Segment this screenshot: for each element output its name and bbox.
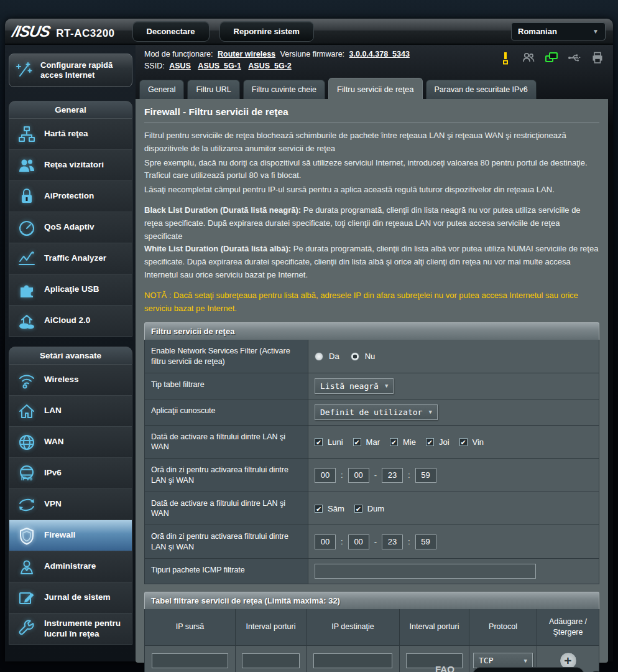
rules-section-header: Tabel filtrare servicii de reţea (Limită… [144, 592, 599, 609]
time-end-hour-input[interactable] [382, 468, 403, 483]
chevron-down-icon: ▼ [428, 409, 431, 415]
tab-filtru-url[interactable]: Filtru URL [187, 80, 239, 99]
chevron-down-icon: ▼ [593, 28, 599, 35]
sidebar-item-firewall[interactable]: Firewall [9, 520, 132, 551]
ssid-link-1[interactable]: ASUS [169, 62, 191, 70]
desc-line-1: Filtrul pentru serviciile de reţea bloch… [144, 129, 599, 156]
main-column: Mod de funcţionare: Router wireless Vers… [136, 45, 613, 661]
sidebar-item-traffic-analyzer[interactable]: Traffic Analyzer [9, 243, 132, 274]
icmp-types-input[interactable] [315, 564, 536, 579]
checkbox-luni[interactable] [315, 438, 323, 446]
info-bar: Mod de funcţionare: Router wireless Vers… [136, 45, 613, 76]
checkbox-dum[interactable] [354, 505, 362, 513]
weekend-start-hour-input[interactable] [315, 534, 336, 549]
tab-paravan-ipv6[interactable]: Paravan de securitate IPv6 [426, 80, 537, 99]
warning-icon[interactable] [499, 51, 512, 65]
sidebar-item-wan[interactable]: WAN [9, 427, 132, 458]
lock-icon [16, 185, 38, 208]
logout-button[interactable]: Deconectare [132, 21, 210, 42]
vpn-icon [16, 493, 38, 516]
time-start-min-input[interactable] [348, 468, 369, 483]
weekend-end-hour-input[interactable] [382, 534, 403, 549]
status-icons [499, 51, 604, 65]
mode-link[interactable]: Router wireless [218, 50, 275, 58]
house-icon [16, 400, 38, 422]
filter-type-select[interactable]: Listă neagră ▼ [315, 378, 394, 394]
checkbox-sam[interactable] [315, 505, 323, 513]
desc-line-2: Spre exemplu, dacă nu doriţi ca dispozit… [144, 157, 599, 183]
row-filter-type: Tip tabel filtrare Listă neagră ▼ [145, 373, 599, 399]
weekend-end-min-input[interactable] [415, 534, 436, 549]
sidebar-item-ipv6[interactable]: IPv6 IPv6 [9, 458, 132, 489]
checkbox-mie[interactable] [390, 438, 398, 446]
form-section-header: Filtru servicii de reţea [144, 322, 599, 340]
sidebar-item-aplicatie-usb[interactable]: Aplicaţie USB [9, 274, 132, 306]
rules-table-header: IP sursă Interval porturi IP destinaţie … [145, 609, 599, 646]
guests-icon [16, 154, 38, 177]
magic-wand-icon [13, 59, 35, 82]
sidebar-item-jurnal[interactable]: Jurnal de sistem [9, 582, 132, 614]
quick-setup-label: Configurare rapidă acces Internet [40, 60, 128, 81]
quick-setup-button[interactable]: Configurare rapidă acces Internet [9, 54, 132, 87]
sidebar-item-aiprotection[interactable]: AiProtection [9, 181, 132, 212]
row-time-weekend: Oră din zi pentru activarea filtrului di… [145, 525, 599, 559]
tab-filtru-servicii[interactable]: Filtru servicii de reţea [328, 78, 423, 99]
puzzle-icon [16, 279, 38, 301]
sidebar-item-retea-vizitatori[interactable]: Reţea vizitatori [9, 150, 132, 181]
wrench-icon [16, 618, 38, 640]
firmware-label: Versiune firmware: [280, 50, 345, 58]
cloud-home-icon [16, 310, 38, 332]
sidebar-item-harta-retea[interactable]: Hartă reţea [9, 119, 132, 150]
checkbox-mar[interactable] [353, 438, 361, 446]
wired-clients-icon[interactable] [545, 51, 558, 65]
wifi-icon [16, 369, 38, 391]
faq-search-input[interactable] [473, 667, 584, 672]
shield-icon [16, 525, 38, 547]
page-description: Filtrul pentru serviciile de reţea bloch… [144, 129, 599, 282]
chevron-down-icon: ▼ [385, 383, 388, 389]
sidebar-item-instrumente[interactable]: Instrumente pentru lucrul în reţea [9, 614, 132, 645]
sidebar-item-aicloud[interactable]: AiCloud 2.0 [9, 306, 132, 337]
radio-da-label: Da [329, 352, 339, 361]
svg-text:IPv6: IPv6 [21, 475, 33, 482]
row-weekend: Dată de activare a filtrului dintre LAN … [145, 492, 599, 526]
ssid-link-2[interactable]: ASUS_5G-1 [198, 62, 241, 70]
weekend-start-min-input[interactable] [348, 534, 369, 549]
admin-person-icon [16, 556, 38, 578]
clients-icon[interactable] [522, 51, 535, 65]
ipv6-globe-icon: IPv6 [16, 462, 38, 485]
sidebar-item-wireless[interactable]: Wireless [9, 365, 132, 396]
model-name: RT-AC3200 [56, 27, 114, 40]
checkbox-vin[interactable] [459, 438, 468, 446]
blacklist-paragraph: Black List Duration (Durată listă neagră… [144, 204, 599, 282]
network-map-icon [16, 123, 38, 146]
language-value: Romanian [518, 27, 557, 36]
row-enable-filter: Enable Network Services Filter (Activare… [145, 340, 599, 373]
tab-general[interactable]: General [139, 80, 184, 99]
globe-icon [16, 431, 38, 454]
time-start-hour-input[interactable] [315, 468, 336, 483]
desc-line-3: Lăsaţi necompletat câmpul pentru IP-ul s… [144, 184, 599, 197]
checkbox-joi[interactable] [426, 438, 434, 446]
radio-nu[interactable] [351, 352, 359, 361]
system-log-icon [16, 587, 38, 609]
page-content: Firewall - Filtru servicii de reţea Filt… [136, 99, 608, 663]
printer-icon[interactable] [591, 51, 604, 65]
sidebar-item-qos-adaptiv[interactable]: QoS Adaptiv [9, 212, 132, 243]
ssid-link-3[interactable]: ASUS_5G-2 [248, 62, 291, 70]
row-weekdays: Dată de activare a filtrului dintre LAN … [145, 426, 599, 459]
tab-bar: General Filtru URL Filtru cuvinte cheie … [136, 76, 613, 99]
reboot-button[interactable]: Repornire sistem [219, 21, 314, 42]
time-end-min-input[interactable] [415, 468, 436, 483]
sidebar-item-lan[interactable]: LAN [9, 396, 132, 427]
usb-icon[interactable] [568, 51, 581, 65]
sidebar-item-administrare[interactable]: Administrare [9, 551, 132, 582]
known-apps-select[interactable]: Definit de utilizator ▼ [315, 404, 438, 420]
tab-filtru-cuvinte[interactable]: Filtru cuvinte cheie [243, 80, 325, 99]
language-select[interactable]: Romanian ▼ [511, 22, 606, 40]
sidebar-item-vpn[interactable]: VPN [9, 489, 132, 520]
mode-label: Mod de funcţionare: [144, 50, 213, 58]
radio-da[interactable] [315, 352, 323, 361]
firmware-link[interactable]: 3.0.0.4.378_5343 [349, 50, 410, 58]
note-text: NOTĂ : Dacă setaţi subreţeaua pentru lis… [144, 289, 599, 315]
